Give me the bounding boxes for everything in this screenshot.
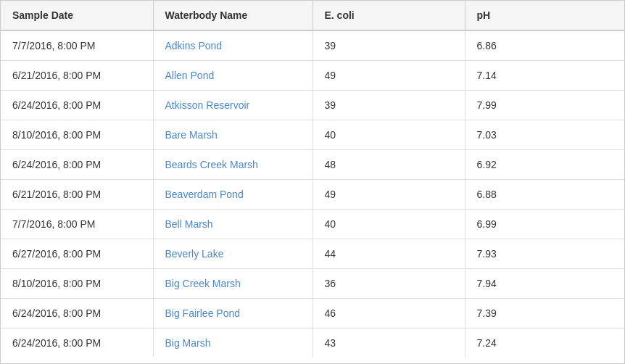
cell-ph: 7.99: [465, 91, 625, 120]
cell-date: 6/24/2016, 8:00 PM: [1, 91, 153, 120]
table-row: 6/21/2016, 8:00 PMAllen Pond497.14: [1, 61, 625, 91]
cell-ecoli: 44: [312, 239, 465, 269]
table-row: 7/7/2016, 8:00 PMBell Marsh406.99: [1, 210, 625, 239]
cell-ecoli: 40: [312, 210, 465, 239]
cell-ph: 7.94: [465, 269, 625, 299]
data-table-container[interactable]: Sample Date Waterbody Name E. coli pH 7/…: [0, 0, 625, 364]
column-header-date: Sample Date: [1, 1, 153, 30]
table-row: 6/27/2016, 8:00 PMBeverly Lake447.93: [1, 239, 625, 269]
cell-ecoli: 36: [312, 269, 465, 299]
waterbody-link[interactable]: Bell Marsh: [165, 218, 213, 230]
cell-date: 6/21/2016, 8:00 PM: [1, 180, 153, 210]
cell-waterbody[interactable]: Bare Marsh: [153, 120, 312, 150]
cell-ph: 7.03: [465, 120, 625, 150]
cell-waterbody[interactable]: Big Marsh: [153, 328, 312, 358]
waterbody-link[interactable]: Big Fairlee Pond: [165, 307, 241, 319]
cell-ecoli: 43: [312, 328, 465, 358]
table-row: 8/10/2016, 8:00 PMBig Creek Marsh367.94: [1, 269, 625, 299]
cell-ph: 7.14: [465, 61, 625, 91]
waterbody-link[interactable]: Big Marsh: [165, 337, 211, 349]
waterbody-link[interactable]: Atkisson Reservoir: [165, 99, 250, 111]
cell-ph: 6.88: [465, 180, 625, 210]
cell-ph: 7.39: [465, 299, 625, 328]
waterbody-link[interactable]: Adkins Pond: [165, 40, 223, 51]
cell-date: 6/27/2016, 8:00 PM: [1, 239, 153, 269]
waterbody-link[interactable]: Beverly Lake: [165, 248, 224, 260]
table-row: 7/7/2016, 8:00 PMAdkins Pond396.86: [1, 30, 625, 61]
cell-ph: 6.86: [465, 30, 625, 61]
cell-ecoli: 39: [312, 30, 465, 61]
table-row: 8/10/2016, 8:00 PMBare Marsh407.03: [1, 120, 625, 150]
cell-ecoli: 49: [312, 61, 465, 91]
cell-ph: 7.24: [465, 328, 625, 358]
cell-waterbody[interactable]: Adkins Pond: [153, 30, 312, 61]
column-header-ecoli: E. coli: [312, 1, 465, 30]
waterbody-link[interactable]: Bare Marsh: [165, 129, 218, 141]
cell-date: 6/24/2016, 8:00 PM: [1, 150, 153, 180]
cell-ecoli: 49: [312, 180, 465, 210]
cell-date: 7/7/2016, 8:00 PM: [1, 30, 153, 61]
table-row: 6/24/2016, 8:00 PMBig Fairlee Pond467.39: [1, 299, 625, 328]
waterbody-link[interactable]: Allen Pond: [165, 70, 215, 81]
table-row: 6/21/2016, 8:00 PMBeaverdam Pond496.88: [1, 180, 625, 210]
cell-ecoli: 40: [312, 120, 465, 150]
cell-date: 6/24/2016, 8:00 PM: [1, 328, 153, 358]
cell-date: 8/10/2016, 8:00 PM: [1, 120, 153, 150]
cell-ecoli: 39: [312, 91, 465, 120]
cell-waterbody[interactable]: Allen Pond: [153, 61, 312, 91]
cell-ph: 6.99: [465, 210, 625, 239]
cell-waterbody[interactable]: Beverly Lake: [153, 239, 312, 269]
data-table: Sample Date Waterbody Name E. coli pH 7/…: [1, 1, 625, 357]
cell-ph: 6.92: [465, 150, 625, 180]
cell-waterbody[interactable]: Big Fairlee Pond: [153, 299, 312, 328]
cell-waterbody[interactable]: Beards Creek Marsh: [153, 150, 312, 180]
cell-ecoli: 48: [312, 150, 465, 180]
waterbody-link[interactable]: Beards Creek Marsh: [165, 159, 258, 170]
cell-waterbody[interactable]: Bell Marsh: [153, 210, 312, 239]
cell-date: 6/21/2016, 8:00 PM: [1, 61, 153, 91]
table-row: 6/24/2016, 8:00 PMBeards Creek Marsh486.…: [1, 150, 625, 180]
cell-waterbody[interactable]: Big Creek Marsh: [153, 269, 312, 299]
column-header-waterbody: Waterbody Name: [153, 1, 312, 30]
cell-date: 7/7/2016, 8:00 PM: [1, 210, 153, 239]
table-row: 6/24/2016, 8:00 PMBig Marsh437.24: [1, 328, 625, 358]
waterbody-link[interactable]: Big Creek Marsh: [165, 278, 241, 289]
cell-waterbody[interactable]: Beaverdam Pond: [153, 180, 312, 210]
cell-date: 6/24/2016, 8:00 PM: [1, 299, 153, 328]
table-header-row: Sample Date Waterbody Name E. coli pH: [1, 1, 625, 30]
cell-ecoli: 46: [312, 299, 465, 328]
cell-waterbody[interactable]: Atkisson Reservoir: [153, 91, 312, 120]
table-row: 6/24/2016, 8:00 PMAtkisson Reservoir397.…: [1, 91, 625, 120]
waterbody-link[interactable]: Beaverdam Pond: [165, 189, 244, 200]
column-header-ph: pH: [465, 1, 625, 30]
cell-ph: 7.93: [465, 239, 625, 269]
cell-date: 8/10/2016, 8:00 PM: [1, 269, 153, 299]
